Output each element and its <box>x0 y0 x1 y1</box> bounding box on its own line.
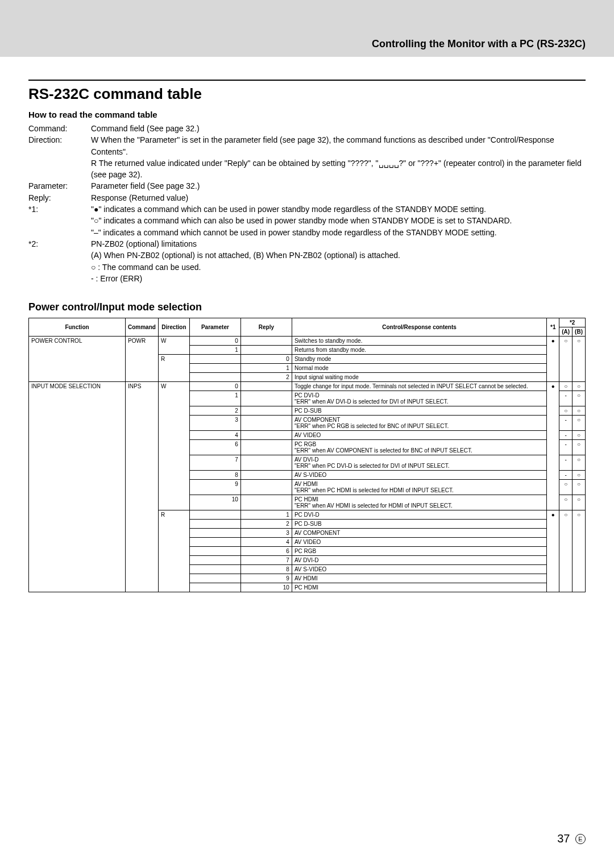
definition-label: Reply: <box>28 192 91 203</box>
table-cell: 7 <box>240 556 292 565</box>
table-cell <box>189 520 240 529</box>
table-cell <box>240 495 292 510</box>
table-cell: ○ <box>572 431 586 440</box>
table-cell: ○ <box>559 480 572 495</box>
table-cell: 3 <box>240 529 292 538</box>
table-cell: ○ <box>572 440 586 455</box>
table-cell: ● <box>547 337 559 382</box>
table-cell: AV S-VIDEO <box>292 565 546 574</box>
table-cell: 2 <box>189 406 240 416</box>
table-cell <box>240 480 292 495</box>
definition-label <box>28 250 91 261</box>
th-b: (B) <box>572 327 586 337</box>
page-e-icon: E <box>575 834 586 844</box>
section-rule <box>28 80 586 81</box>
table-cell: W <box>158 382 189 510</box>
definition-value: W When the "Parameter" is set in the par… <box>91 134 586 157</box>
th-command: Command <box>126 318 159 337</box>
th-contents: Control/Response contents <box>292 318 546 337</box>
section-title: Power control/Input mode selection <box>28 301 586 313</box>
table-cell <box>240 416 292 431</box>
table-cell <box>189 583 240 592</box>
table-cell: AV COMPONENT"ERR" when PC RGB is selecte… <box>292 416 546 431</box>
table-cell: PC D-SUB <box>292 520 546 529</box>
table-cell: 1 <box>240 364 292 373</box>
th-star2: *2 <box>559 318 586 327</box>
table-cell: Normal mode <box>292 364 546 373</box>
command-table: Function Command Direction Parameter Rep… <box>28 318 586 592</box>
table-cell: R <box>158 355 189 382</box>
definition-row: Parameter:Parameter field (See page 32.) <box>28 180 586 192</box>
definition-row: (A) When PN-ZB02 (optional) is not attac… <box>28 250 586 261</box>
table-cell: PC HDMI"ERR" when AV HDMI is selected fo… <box>292 495 546 510</box>
table-cell: 0 <box>189 382 240 391</box>
table-cell: Returns from standby mode. <box>292 346 546 355</box>
definition-value: "○" indicates a command which can also b… <box>91 215 586 226</box>
page-title: RS-232C command table <box>28 85 586 103</box>
table-cell: - <box>559 455 572 471</box>
definition-label: Command: <box>28 123 91 134</box>
table-cell <box>240 337 292 346</box>
table-cell <box>189 373 240 382</box>
definition-label <box>28 273 91 284</box>
table-cell <box>189 556 240 565</box>
page-number: 37 <box>557 832 570 845</box>
definition-row: *2:PN-ZB02 (optional) limitations <box>28 238 586 250</box>
table-cell: 9 <box>240 574 292 583</box>
th-reply: Reply <box>240 318 292 337</box>
table-cell: ○ <box>572 510 586 592</box>
table-cell: - <box>559 416 572 431</box>
table-cell: ○ <box>572 406 586 416</box>
table-cell: ○ <box>572 391 586 406</box>
table-cell: 1 <box>240 510 292 520</box>
definition-value: PN-ZB02 (optional) limitations <box>91 238 586 250</box>
th-a: (A) <box>559 327 572 337</box>
table-cell <box>240 391 292 406</box>
table-cell <box>240 440 292 455</box>
definition-label: Parameter: <box>28 180 91 192</box>
table-cell <box>189 510 240 520</box>
table-cell <box>189 529 240 538</box>
table-cell: 9 <box>189 480 240 495</box>
definition-value: (A) When PN-ZB02 (optional) is not attac… <box>91 250 586 261</box>
table-cell: - <box>559 440 572 455</box>
definition-row: - : Error (ERR) <box>28 273 586 284</box>
table-cell: R <box>158 510 189 592</box>
table-cell: 6 <box>240 547 292 556</box>
breadcrumb: Controlling the Monitor with a PC (RS-23… <box>372 38 586 50</box>
definition-label <box>28 157 91 181</box>
table-cell: PC HDMI <box>292 583 546 592</box>
definition-value: R The returned value indicated under "Re… <box>91 157 586 181</box>
definition-label <box>28 215 91 226</box>
table-cell: ○ <box>572 495 586 510</box>
definition-value: Parameter field (See page 32.) <box>91 180 586 192</box>
table-cell: 1 <box>189 391 240 406</box>
definition-value: "●" indicates a command which can be use… <box>91 203 586 215</box>
table-cell: Standby mode <box>292 355 546 364</box>
definitions-list: Command:Command field (See page 32.)Dire… <box>28 123 586 284</box>
definition-row: Command:Command field (See page 32.) <box>28 123 586 134</box>
table-cell: - <box>559 471 572 480</box>
table-cell: ○ <box>572 471 586 480</box>
table-cell: ○ <box>559 382 572 391</box>
table-cell <box>189 538 240 547</box>
table-cell <box>240 346 292 355</box>
definition-label: *2: <box>28 238 91 250</box>
table-cell <box>189 364 240 373</box>
table-cell: PC DVI-D <box>292 510 546 520</box>
table-cell: AV VIDEO <box>292 538 546 547</box>
table-cell: ○ <box>559 495 572 510</box>
table-cell: AV VIDEO <box>292 431 546 440</box>
definition-value: Command field (See page 32.) <box>91 123 586 134</box>
th-function: Function <box>29 318 126 337</box>
table-cell: Toggle change for input mode. Terminals … <box>292 382 546 391</box>
table-cell: Switches to standby mode. <box>292 337 546 346</box>
table-cell: PC DVI-D"ERR" when AV DVI-D is selected … <box>292 391 546 406</box>
table-cell: AV COMPONENT <box>292 529 546 538</box>
table-cell <box>240 406 292 416</box>
table-cell: PC RGB"ERR" when AV COMPONENT is selecte… <box>292 440 546 455</box>
th-parameter: Parameter <box>189 318 240 337</box>
definition-row: "–" indicates a command which cannot be … <box>28 227 586 238</box>
table-cell: PC D-SUB <box>292 406 546 416</box>
table-cell <box>240 455 292 471</box>
